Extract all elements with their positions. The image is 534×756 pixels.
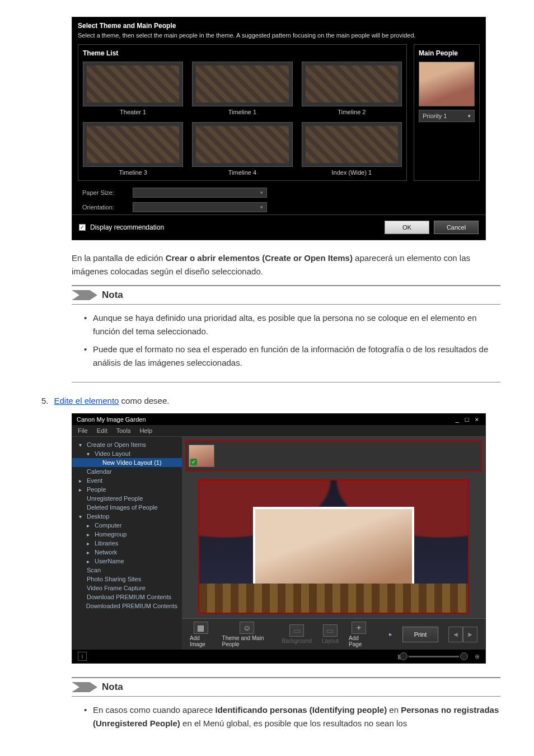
menu-file[interactable]: File <box>78 427 88 434</box>
tree-arrow-icon: ▸ <box>77 487 83 493</box>
theme-item-timeline-1[interactable]: Timeline 1 <box>192 62 292 115</box>
thumbnail-item[interactable] <box>189 445 214 467</box>
sidebar-item[interactable]: ▸Libraries <box>72 539 182 548</box>
window-title: Canon My Image Garden <box>77 416 146 423</box>
sidebar-item[interactable]: Calendar <box>72 467 182 476</box>
main-people-thumbnail[interactable] <box>419 62 475 106</box>
sidebar-item[interactable]: ▾Video Layout <box>72 449 182 458</box>
background-icon: ▭ <box>289 624 304 637</box>
sidebar-item[interactable]: ▸Computer <box>72 521 182 530</box>
add-page-icon: ＋ <box>352 622 366 634</box>
tree-arrow-icon: ▸ <box>77 478 83 484</box>
paper-size-label: Paper Size: <box>82 189 127 196</box>
theme-item-index-wide-1[interactable]: Index (Wide) 1 <box>302 122 402 176</box>
expand-icon[interactable]: ▸ <box>389 631 392 638</box>
display-recommendation-checkbox[interactable]: ✓ <box>79 224 86 231</box>
sidebar-item-label: Desktop <box>87 513 109 520</box>
ok-button[interactable]: OK <box>385 221 429 234</box>
page-nav: ◄ ► <box>448 627 477 642</box>
status-bar: i ▦ ⊕ <box>72 650 485 663</box>
sidebar-item[interactable]: New Video Layout (1) <box>72 458 182 467</box>
menu-tools[interactable]: Tools <box>116 427 131 434</box>
sidebar: ▾Create or Open Items▾Video LayoutNew Vi… <box>72 437 182 650</box>
window-controls[interactable]: _ □ × <box>456 416 481 423</box>
sidebar-item-label: Computer <box>95 522 121 529</box>
orientation-select[interactable] <box>133 202 267 212</box>
theme-people-button[interactable]: ☺Theme and Main People <box>222 622 272 647</box>
sidebar-item-label: People <box>87 486 106 493</box>
step-number: 5. <box>41 396 49 405</box>
menu-edit[interactable]: Edit <box>97 427 107 434</box>
main-area: ▦Add Image ☺Theme and Main People ▭Backg… <box>182 437 485 650</box>
theme-list-panel: Theme List Theater 1 Timeline 1 Timeline… <box>78 44 407 181</box>
sidebar-item-label: Deleted Images of People <box>87 504 158 511</box>
orientation-label: Orientation: <box>82 204 127 211</box>
sidebar-item[interactable]: ▾Desktop <box>72 512 182 521</box>
sidebar-item-label: New Video Layout (1) <box>102 459 162 466</box>
layout-button: ▭Layout <box>322 624 339 644</box>
zoom-fit-icon[interactable]: ⊕ <box>475 653 480 660</box>
sidebar-item[interactable]: ▸Homegroup <box>72 530 182 539</box>
sidebar-item[interactable]: Scan <box>72 566 182 575</box>
layout-icon: ▭ <box>323 624 338 637</box>
zoom-slider[interactable] <box>409 656 459 657</box>
sidebar-item[interactable]: Video Frame Capture <box>72 584 182 592</box>
dialog-title: Select Theme and Main People <box>72 17 485 32</box>
main-people-panel: Main People Priority 1 <box>414 44 480 181</box>
next-page-button[interactable]: ► <box>463 627 477 642</box>
note-item: Aunque se haya definido una prioridad al… <box>84 311 500 338</box>
edit-item-link[interactable]: Edite el elemento <box>54 396 119 405</box>
sidebar-item[interactable]: Unregistered People <box>72 494 182 503</box>
placed-photo[interactable] <box>253 507 414 586</box>
theme-item-theater-1[interactable]: Theater 1 <box>83 62 183 115</box>
tree-arrow-icon: ▸ <box>85 558 91 564</box>
menu-help[interactable]: Help <box>139 427 152 434</box>
sidebar-item-label: Scan <box>87 567 101 573</box>
sidebar-item-label: Download PREMIUM Contents <box>87 594 171 600</box>
theme-item-timeline-2[interactable]: Timeline 2 <box>302 62 402 115</box>
tree-arrow-icon: ▾ <box>77 514 83 520</box>
sidebar-item-label: Network <box>95 549 117 556</box>
note-title: Nota <box>102 682 123 693</box>
canvas-area <box>182 475 485 618</box>
note-block-2: Nota En casos como cuando aparece Identi… <box>72 677 500 743</box>
sidebar-item[interactable]: ▸Network <box>72 548 182 557</box>
priority-select[interactable]: Priority 1 <box>419 110 475 122</box>
paragraph-result: En la pantalla de edición Crear o abrir … <box>72 251 500 278</box>
sidebar-item[interactable]: Download PREMIUM Contents <box>72 592 182 601</box>
theme-item-timeline-3[interactable]: Timeline 3 <box>83 122 183 176</box>
sidebar-item-label: Calendar <box>87 468 112 475</box>
sidebar-item-label: Unregistered People <box>87 495 143 502</box>
canvas-frame[interactable] <box>198 479 469 614</box>
sidebar-item-label: Libraries <box>95 540 118 547</box>
sidebar-item-label: Video Layout <box>95 450 130 457</box>
info-icon[interactable]: i <box>78 652 87 661</box>
sidebar-item[interactable]: ▸People <box>72 485 182 494</box>
bottom-toolbar: ▦Add Image ☺Theme and Main People ▭Backg… <box>182 618 485 650</box>
tree-arrow-icon: ▸ <box>85 531 91 538</box>
add-page-button[interactable]: ＋Add Page <box>349 622 369 647</box>
tree-arrow-icon: ▸ <box>85 540 91 547</box>
sidebar-item[interactable]: ▾Create or Open Items <box>72 440 182 449</box>
sidebar-item[interactable]: ▸UserName <box>72 557 182 566</box>
sidebar-item-label: Photo Sharing Sites <box>87 576 141 582</box>
sidebar-item[interactable]: Photo Sharing Sites <box>72 575 182 584</box>
cancel-button[interactable]: Cancel <box>434 221 479 234</box>
print-button[interactable]: Print <box>402 627 438 642</box>
paper-size-row: Paper Size: <box>72 185 485 200</box>
prev-page-button[interactable]: ◄ <box>448 627 463 642</box>
sidebar-item[interactable]: Deleted Images of People <box>72 503 182 512</box>
sidebar-item-label: Downloaded PREMIUM Contents <box>86 603 177 609</box>
stage-floor <box>199 584 468 613</box>
display-recommendation-label: Display recommendation <box>90 223 164 231</box>
sidebar-item-label: Event <box>87 477 102 484</box>
add-image-button[interactable]: ▦Add Image <box>190 622 212 647</box>
main-people-label: Main People <box>419 49 475 57</box>
sidebar-item[interactable]: ▸Event <box>72 476 182 485</box>
thumbnail-strip[interactable] <box>185 440 482 472</box>
paper-size-select[interactable] <box>133 188 267 198</box>
orientation-row: Orientation: <box>72 200 485 214</box>
tree-arrow-icon: ▸ <box>85 522 91 529</box>
theme-item-timeline-4[interactable]: Timeline 4 <box>192 122 292 176</box>
sidebar-item[interactable]: Downloaded PREMIUM Contents <box>72 601 182 610</box>
